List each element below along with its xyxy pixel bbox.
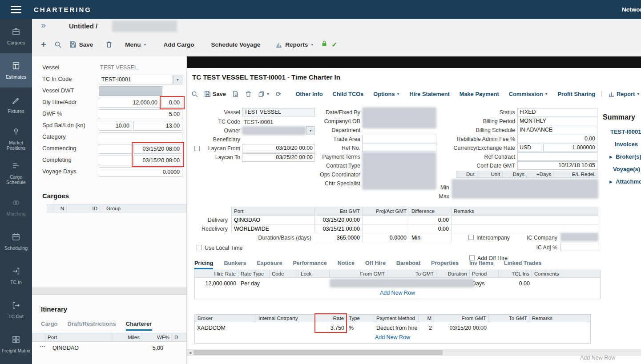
duration-basis-cell[interactable]: 0.0000: [363, 233, 409, 242]
profit-sharing-button[interactable]: Profit Sharing: [557, 91, 595, 97]
payment-method-cell[interactable]: Deduct from hire: [374, 323, 419, 332]
broker-from-gmt-cell[interactable]: 03/15/20 00:00: [434, 323, 489, 332]
copy-button[interactable]: ▼: [258, 91, 270, 97]
cargoes-grid-scrollbar[interactable]: [32, 288, 187, 295]
hamburger-menu-icon[interactable]: [11, 6, 21, 13]
code-cell[interactable]: [270, 279, 298, 288]
sidebar-item-fixtures[interactable]: Fixtures: [0, 88, 32, 122]
delivery-port-cell[interactable]: QINGDAO: [231, 216, 315, 224]
trade-area-field[interactable]: [362, 135, 436, 143]
tab-off-hire[interactable]: Off Hire: [365, 260, 386, 269]
broker-cell[interactable]: XADDCOM: [195, 323, 256, 332]
billing-schedule-field[interactable]: IN ADVANCE: [517, 126, 597, 134]
delivery-remarks-cell[interactable]: [452, 216, 598, 224]
make-payment-button[interactable]: Make Payment: [460, 91, 499, 97]
speed-laden-field[interactable]: 13.00: [133, 121, 182, 131]
sidebar-item-matching[interactable]: Matching: [0, 190, 32, 224]
redelivery-remarks-cell[interactable]: [452, 224, 598, 233]
broker-remarks-cell[interactable]: [530, 323, 590, 332]
rate-cell[interactable]: 3.750: [316, 323, 347, 332]
options-button[interactable]: Options ▼: [373, 91, 399, 97]
tab-cargo[interactable]: Cargo: [41, 320, 58, 331]
notes-icon[interactable]: [232, 91, 239, 97]
ic-adj-field[interactable]: [560, 243, 598, 251]
exchange-rate-field[interactable]: 1.000000: [543, 144, 597, 152]
addr-commission-field[interactable]: 0.00: [161, 98, 182, 108]
duration-min-cell[interactable]: Min: [409, 233, 452, 242]
ref-no-field[interactable]: [362, 144, 436, 152]
summary-item-brokers[interactable]: Broker(s): [616, 153, 641, 160]
dly-hire-field[interactable]: 12,000.00: [99, 98, 160, 108]
sidebar-item-market-positions[interactable]: Market Positions: [0, 122, 32, 156]
rebillable-admin-fee-field[interactable]: 0.00: [517, 135, 597, 143]
lock-cell[interactable]: [298, 279, 330, 288]
search-icon[interactable]: [191, 91, 198, 97]
m-cell[interactable]: 2: [419, 323, 434, 332]
duration-days-cell[interactable]: 365.0000: [315, 233, 363, 242]
pricing-add-new-row-link[interactable]: Add New Row: [195, 290, 600, 296]
sidebar-item-freight-matrix[interactable]: Freight Matrix: [0, 327, 32, 361]
expand-arrow-icon[interactable]: ▶: [609, 155, 613, 159]
tab-bareboat[interactable]: Bareboat: [396, 260, 420, 269]
intercompany-checkbox[interactable]: [468, 235, 474, 240]
tab-properties[interactable]: Properties: [431, 260, 459, 269]
sidebar-item-tc-in[interactable]: TC In: [0, 259, 32, 293]
scroll-left-icon[interactable]: ◀: [187, 349, 194, 356]
delete-icon[interactable]: [105, 41, 113, 48]
network-link[interactable]: Network: [622, 0, 641, 19]
hire-statement-button[interactable]: Hire Statement: [410, 91, 450, 97]
add-cargo-button[interactable]: Add Cargo: [163, 41, 194, 48]
commencing-port-field[interactable]: [99, 144, 132, 154]
commencing-date-field[interactable]: 03/15/20 08:00: [133, 144, 182, 154]
tab-exposure[interactable]: Exposure: [257, 260, 282, 269]
search-icon[interactable]: [54, 41, 61, 48]
delivery-est-gmt-cell[interactable]: 03/15/20 00:00: [315, 216, 363, 224]
delivery-proj-gmt-cell[interactable]: [363, 216, 409, 224]
refresh-icon[interactable]: ⟳: [276, 91, 282, 97]
voyage-days-field[interactable]: 0.0000: [99, 167, 182, 177]
completing-port-field[interactable]: [99, 156, 132, 165]
internal-cntrparty-cell[interactable]: [256, 323, 316, 332]
horizontal-scrollbar[interactable]: ◀: [187, 349, 641, 356]
tab-linked-trades[interactable]: Linked Trades: [504, 260, 541, 269]
save-button[interactable]: Save: [204, 91, 226, 97]
footer-add-new-row-link[interactable]: Add New Row: [580, 355, 615, 361]
tab-bunkers[interactable]: Bunkers: [224, 260, 246, 269]
other-info-button[interactable]: Other Info: [295, 91, 323, 97]
currency-field[interactable]: USD: [517, 144, 541, 152]
summary-item-attachments[interactable]: Attachments: [616, 178, 641, 185]
broker-to-gmt-cell[interactable]: [489, 323, 530, 332]
summary-item-invoices[interactable]: Invoices: [615, 141, 638, 148]
row-handle-icon[interactable]: •••: [40, 344, 45, 349]
redelivery-proj-gmt-cell[interactable]: [363, 224, 409, 233]
hire-rate-cell[interactable]: 12,000.0000: [195, 279, 238, 288]
sidebar-item-cargo-schedule[interactable]: Cargo Schedule: [0, 156, 32, 190]
use-local-time-checkbox[interactable]: [197, 245, 202, 250]
type-cell[interactable]: %: [347, 323, 374, 332]
tcl-ins-cell[interactable]: 0.00: [499, 279, 532, 288]
sidebar-item-scheduling[interactable]: Scheduling: [0, 224, 32, 259]
save-button[interactable]: Save: [69, 41, 93, 48]
child-tcos-button[interactable]: Child TCOs: [333, 91, 364, 97]
completing-date-field[interactable]: 03/15/20 08:00: [133, 156, 182, 165]
ic-company-field-redacted[interactable]: [560, 233, 598, 241]
expand-arrow-icon[interactable]: ▶: [609, 180, 613, 184]
conf-date-gmt-field[interactable]: 10/12/18 10:05: [517, 161, 597, 170]
dwf-field[interactable]: 5.00: [99, 109, 182, 119]
redelivery-est-gmt-cell[interactable]: 03/15/21 00:00: [315, 224, 363, 233]
itinerary-port-cell[interactable]: QINGDAO: [52, 343, 79, 353]
tab-performance[interactable]: Performance: [293, 260, 327, 269]
sidebar-item-cargoes[interactable]: Cargoes: [0, 19, 32, 53]
rate-type-cell[interactable]: Per day: [238, 279, 270, 288]
commission-button[interactable]: Commission ▼: [509, 91, 548, 97]
comments-cell[interactable]: [532, 279, 600, 288]
speed-ballast-field[interactable]: 10.00: [99, 121, 132, 131]
tab-notice[interactable]: Notice: [338, 260, 355, 269]
tab-inv-items[interactable]: Inv Items: [469, 260, 493, 269]
sidebar-item-estimates[interactable]: Estimates: [0, 53, 32, 88]
redelivery-port-cell[interactable]: WORLDWIDE: [231, 224, 315, 233]
scrollbar-thumb[interactable]: [194, 350, 443, 355]
itinerary-wf-cell[interactable]: 5.00: [143, 343, 163, 353]
summary-item-voyages[interactable]: Voyage(s): [613, 166, 640, 172]
delete-icon[interactable]: [245, 91, 252, 97]
